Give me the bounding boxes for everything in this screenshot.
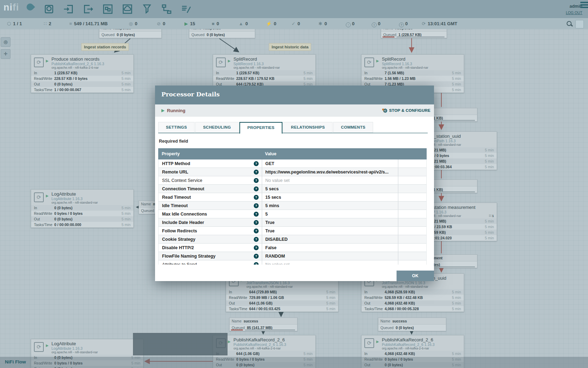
help-icon[interactable]: ?: [254, 229, 259, 233]
logout-link[interactable]: LOG OUT: [566, 11, 582, 15]
property-row[interactable]: Remote URL ? https://www.pegelonline.wsv…: [159, 168, 426, 176]
processor-details-dialog: Processor Details ▶ Running ⚙STOP & CONF…: [155, 86, 434, 281]
connection-label-success[interactable]: Namesuccess Queued0 (0 bytes): [378, 318, 446, 331]
property-name: Include Date Header: [162, 220, 254, 225]
tab-comments[interactable]: COMMENTS: [333, 122, 373, 133]
property-value[interactable]: DISABLED: [265, 237, 288, 242]
dialog-status-row: ▶ Running ⚙STOP & CONFIGURE: [155, 104, 434, 117]
processor-header: ⟳ ▶ Produce station records PublishKafka…: [31, 55, 133, 70]
processor-logattribute[interactable]: ⟳ ▶ LogAttribute LogAttribute 1.16.3 org…: [31, 189, 134, 228]
processor-stat-row: Out644 (1.06 GB)5 min: [226, 300, 338, 306]
property-row[interactable]: Follow Redirects ? True: [159, 227, 426, 235]
navigate-palette-button[interactable]: ◎: [1, 37, 10, 47]
property-value[interactable]: No value set: [265, 262, 289, 265]
property-row-spacer: [398, 235, 426, 243]
processor-type: JoltTransformJSON 1.16.3: [382, 281, 425, 285]
processor-header: ⟳ ▶ PublishKafkaRecord_2_6 PublishKafkaR…: [362, 335, 464, 351]
property-value[interactable]: True: [265, 220, 274, 225]
funnel-icon[interactable]: [141, 4, 153, 15]
stop-and-configure-button[interactable]: ⚙STOP & CONFIGURE: [383, 108, 430, 114]
property-row[interactable]: FlowFile Naming Strategy ? RANDOM: [159, 252, 426, 260]
help-icon[interactable]: ?: [254, 262, 259, 265]
input-port-icon[interactable]: [63, 4, 74, 15]
processor-name: SplitRecord: [382, 56, 405, 62]
backpressure-bar: [231, 329, 243, 330]
processor-type: PublishKafkaRecord_2_6 1.16.3: [382, 342, 435, 347]
help-icon[interactable]: ?: [254, 186, 259, 191]
column-value: Value: [262, 148, 398, 159]
nifi-logo: nifi: [4, 2, 19, 13]
property-row[interactable]: Disable HTTP/2 ? False: [159, 244, 426, 252]
property-value[interactable]: No value set: [265, 178, 289, 183]
tab-relationships[interactable]: RELATIONSHIPS: [283, 122, 332, 133]
help-icon[interactable]: ?: [254, 212, 259, 217]
property-row[interactable]: SSL Context Service ? No value set: [159, 176, 426, 185]
processor-type: PublishKafkaRecord_2_6 1.16.3: [233, 342, 286, 347]
property-row[interactable]: Read Timeout ? 15 secs: [159, 193, 426, 202]
help-icon[interactable]: ?: [254, 254, 259, 259]
processor-stat-row: Tasks/Time1 / 00:00:00.0675 min: [31, 87, 133, 93]
property-value[interactable]: 5 mins: [265, 203, 279, 208]
processor-stat-row: Out0 (0 bytes)5 min: [31, 216, 133, 222]
property-name: HTTP Method: [162, 161, 254, 166]
property-value[interactable]: https://www.pegelonline.wsv.de/webservic…: [265, 170, 388, 175]
help-icon[interactable]: ?: [254, 161, 259, 166]
help-icon[interactable]: ?: [254, 178, 259, 183]
processor-stat-row: Read/Write729.89 MB / 1.06 GB5 min: [226, 295, 338, 300]
flow-label[interactable]: Ingest station records: [81, 43, 129, 51]
process-group-icon[interactable]: [102, 4, 113, 15]
tab-scheduling[interactable]: SCHEDULING: [195, 122, 238, 133]
processor-icon[interactable]: [43, 4, 55, 15]
bulletin-button[interactable]: [575, 20, 584, 28]
breadcrumb[interactable]: NiFi Flow: [5, 359, 26, 364]
processor-stat-row: Out0 (0 bytes)5 min: [31, 81, 133, 87]
property-value[interactable]: 5: [265, 212, 268, 217]
connection-label-success[interactable]: Namesuccess Queued85 (141.37 MB): [229, 318, 298, 331]
template-icon[interactable]: [161, 4, 172, 15]
connection-queued-row: Queued0 (0 bytes): [189, 31, 255, 38]
column-property: Property: [158, 148, 262, 159]
help-icon[interactable]: ?: [254, 170, 259, 175]
property-value[interactable]: RANDOM: [265, 254, 285, 259]
nifi-drop-icon: [25, 2, 35, 12]
property-value[interactable]: False: [265, 245, 276, 250]
property-row[interactable]: Cookie Strategy ? DISABLED: [159, 235, 426, 244]
property-row-spacer: [398, 218, 426, 226]
property-row[interactable]: Max Idle Connections ? 5: [159, 210, 426, 218]
status-not-transmitting: ⊘0: [157, 19, 165, 29]
property-value[interactable]: GET: [265, 161, 274, 166]
label-icon[interactable]: [181, 4, 192, 15]
top-toolbar: nifi admin LOG OUT: [0, 0, 588, 18]
tab-properties[interactable]: PROPERTIES: [239, 122, 283, 134]
tab-settings[interactable]: SETTINGS: [158, 122, 195, 133]
processor-type: LogAttribute 1.16.3: [51, 346, 83, 350]
property-row[interactable]: Include Date Header ? True: [159, 218, 426, 227]
property-row[interactable]: HTTP Method ? GET: [159, 159, 426, 168]
property-value[interactable]: 5 secs: [265, 186, 279, 191]
help-icon[interactable]: ?: [254, 203, 259, 208]
remote-process-group-icon[interactable]: [122, 4, 133, 15]
property-value[interactable]: 15 secs: [265, 195, 281, 200]
run-status-icon: ▶: [46, 343, 49, 347]
help-icon[interactable]: ?: [254, 245, 259, 250]
status-refresh[interactable]: ⟳13:01:41 GMT: [422, 19, 457, 29]
global-menu-button[interactable]: [580, 1, 588, 9]
help-icon[interactable]: ?: [254, 237, 259, 242]
operate-palette-button[interactable]: ✛: [1, 49, 10, 59]
flow-label[interactable]: Ingest historic data: [269, 43, 311, 51]
help-icon[interactable]: ?: [254, 195, 259, 200]
output-port-icon[interactable]: [83, 4, 94, 15]
processor-produce-station-records[interactable]: ⟳ ▶ Produce station records PublishKafka…: [31, 54, 134, 93]
property-row[interactable]: Connection Timeout ? 5 secs: [159, 185, 426, 193]
search-button[interactable]: [566, 21, 573, 27]
property-row-spacer: [398, 176, 426, 184]
dark-flow-label[interactable]: [133, 333, 227, 355]
ok-button[interactable]: OK: [397, 271, 434, 281]
property-value[interactable]: True: [265, 229, 274, 233]
property-row[interactable]: Idle Timeout ? 5 mins: [159, 202, 426, 210]
help-icon[interactable]: ?: [254, 220, 259, 225]
dialog-tabs: SETTINGSSCHEDULINGPROPERTIESRELATIONSHIP…: [158, 122, 428, 134]
status-stopped: ■0: [212, 19, 219, 29]
processor-stat-row: Read/Write228.57 KB / 0 bytes5 min: [31, 76, 133, 81]
property-row[interactable]: Attributes to Send ? No value set: [159, 260, 426, 265]
